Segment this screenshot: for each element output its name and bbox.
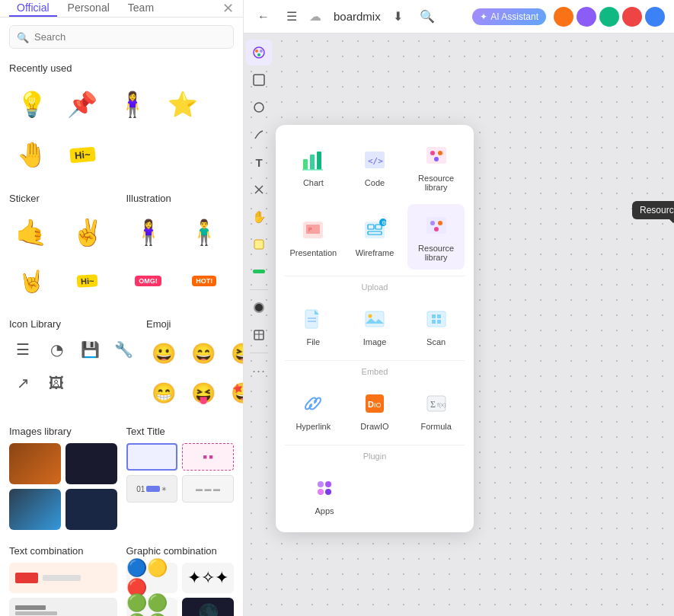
popup-code-item[interactable]: </> Code <box>347 134 404 199</box>
search-input[interactable] <box>9 25 234 49</box>
popup-resource-item[interactable]: Resource library <box>407 134 465 199</box>
image-item[interactable] <box>9 443 61 484</box>
image-item[interactable] <box>65 489 117 530</box>
back-button[interactable]: ← <box>253 7 274 27</box>
sticky-note-tool[interactable] <box>246 231 272 257</box>
svg-rect-8 <box>254 240 264 249</box>
emoji-item[interactable]: 🤩 <box>225 375 244 410</box>
graphic-combo-item[interactable]: 🟢🟢🟢🟢 <box>126 598 178 616</box>
popup-image-item[interactable]: Image <box>347 298 404 354</box>
menu-button[interactable]: ☰ <box>282 6 302 27</box>
popup-drawio-item[interactable]: D IO DrawIO <box>347 382 404 439</box>
highlight-tool[interactable] <box>246 259 272 285</box>
emoji-item[interactable]: 😄 <box>186 336 221 371</box>
color-picker-button[interactable] <box>246 295 272 321</box>
illustration-section: Illustration 🧍‍♀️ 🧍‍♂️ OMG! HOT! <box>126 193 235 303</box>
text-title-item[interactable]: 01✳ <box>126 475 178 503</box>
popup-scan-item[interactable]: Scan <box>407 298 465 354</box>
image-item[interactable] <box>65 443 117 484</box>
svg-point-5 <box>254 103 264 112</box>
more-tools-button[interactable]: ··· <box>246 358 272 384</box>
select-tool[interactable] <box>246 67 272 93</box>
main-area: ← ☰ ☁ boardmix ⬇ 🔍 ✦ AI Assistant <box>244 0 674 616</box>
popup-presentation-item[interactable]: P Presentation <box>285 204 342 270</box>
svg-point-51 <box>318 481 324 487</box>
popup-resource2-item[interactable]: Resource library <box>407 204 465 270</box>
avatar-2[interactable] <box>577 7 596 27</box>
text-title-item[interactable]: ■ ■ <box>182 443 234 471</box>
palette-button[interactable] <box>246 40 272 65</box>
svg-rect-38 <box>366 311 384 327</box>
svg-point-52 <box>325 481 331 487</box>
text-combo-item[interactable] <box>9 598 117 616</box>
popup-chart-item[interactable]: Chart <box>285 134 342 199</box>
tab-personal[interactable]: Personal <box>60 0 117 17</box>
emoji-item[interactable]: 😆 <box>225 336 244 371</box>
graphic-combo-item[interactable]: ✦✧✦ <box>182 563 234 593</box>
tab-official[interactable]: Official <box>9 0 57 17</box>
sticker-item[interactable]: 🤘 <box>9 259 53 303</box>
svg-rect-42 <box>437 314 441 318</box>
icon-lib-save[interactable]: 💾 <box>76 336 104 363</box>
text-combo-item[interactable] <box>9 563 117 593</box>
icon-lib-text[interactable]: ☰ <box>9 336 37 363</box>
table-tool[interactable] <box>246 322 272 348</box>
illustration-item[interactable]: 🧍‍♀️ <box>126 210 171 254</box>
icon-lib-wrench[interactable]: 🔧 <box>110 336 137 363</box>
sticker-grid: 🤙 ✌️ 🤘 Hi~ <box>9 210 117 303</box>
canvas-area: T ✋ <box>244 34 674 616</box>
search-button[interactable]: 🔍 <box>415 6 439 27</box>
popup-apps-item[interactable]: Apps <box>294 467 355 523</box>
recently-used-item[interactable]: 💡 <box>9 81 55 127</box>
icon-lib-cursor[interactable]: ↗ <box>9 369 37 397</box>
sticker-item[interactable]: 🤙 <box>9 210 53 254</box>
popup-upload-grid: File Image <box>285 298 465 354</box>
ai-assistant-button[interactable]: ✦ AI Assistant <box>472 8 546 25</box>
popup-hyperlink-item[interactable]: Hyperlink <box>285 382 342 439</box>
recently-used-item[interactable]: 🤚 <box>9 132 55 177</box>
illustration-item[interactable]: HOT! <box>182 259 226 303</box>
ai-label: AI Assistant <box>490 11 538 22</box>
text-tool[interactable]: T <box>246 149 272 175</box>
image-item[interactable] <box>9 489 61 530</box>
recently-used-item[interactable]: 📌 <box>59 81 105 127</box>
close-icon[interactable]: ✕ <box>222 0 234 17</box>
graphic-combo-item[interactable]: 🌑 <box>182 598 234 616</box>
avatar-group <box>554 7 665 27</box>
text-title-item[interactable] <box>126 443 178 471</box>
hand-tool[interactable]: ✋ <box>246 204 272 230</box>
avatar-1[interactable] <box>554 7 573 27</box>
svg-rect-4 <box>254 75 264 85</box>
popup-file-item[interactable]: File <box>285 298 342 354</box>
pen-tool[interactable] <box>246 122 272 148</box>
avatar-3[interactable] <box>599 7 619 27</box>
icon-lib-image[interactable]: 🖼 <box>43 369 70 397</box>
text-title-item[interactable]: ▬ ▬ ▬ <box>182 475 234 503</box>
popup-formula-item[interactable]: Σ f(x) Formula <box>407 382 465 439</box>
tab-team[interactable]: Team <box>120 0 161 17</box>
illustration-title: Illustration <box>126 193 235 204</box>
avatar-4[interactable] <box>622 7 642 27</box>
illustration-item[interactable]: 🧍‍♂️ <box>182 210 226 254</box>
emoji-item[interactable]: 😁 <box>146 375 181 410</box>
popup-wireframe-item[interactable]: ⚙ Wireframe <box>347 204 404 270</box>
popup-menu: Chart </> Code <box>276 125 474 532</box>
recently-used-section: Recently used 💡 📌 🧍‍♀️ ⭐ 🤚 Hi~ <box>0 56 243 187</box>
upload-label: Upload <box>285 282 465 292</box>
recently-used-item[interactable]: ⭐ <box>160 81 206 127</box>
emoji-item[interactable]: 😝 <box>186 375 221 410</box>
avatar-5[interactable] <box>645 7 665 27</box>
graphic-combo-item[interactable]: 🔵🟡🔴 <box>126 563 178 593</box>
download-button[interactable]: ⬇ <box>388 6 407 27</box>
recently-used-item[interactable]: Hi~ <box>59 132 105 177</box>
svg-text:f(x): f(x) <box>437 401 446 408</box>
illustration-item[interactable]: OMG! <box>126 259 171 303</box>
sticker-item[interactable]: Hi~ <box>65 259 110 303</box>
icon-lib-pie[interactable]: ◔ <box>43 336 70 363</box>
emoji-item[interactable]: 😀 <box>146 336 181 371</box>
toolbar-divider-1 <box>250 289 268 290</box>
shape-tool[interactable] <box>246 94 272 120</box>
recently-used-item[interactable]: 🧍‍♀️ <box>110 81 155 127</box>
scissors-tool[interactable] <box>246 177 272 203</box>
sticker-item[interactable]: ✌️ <box>65 210 110 254</box>
